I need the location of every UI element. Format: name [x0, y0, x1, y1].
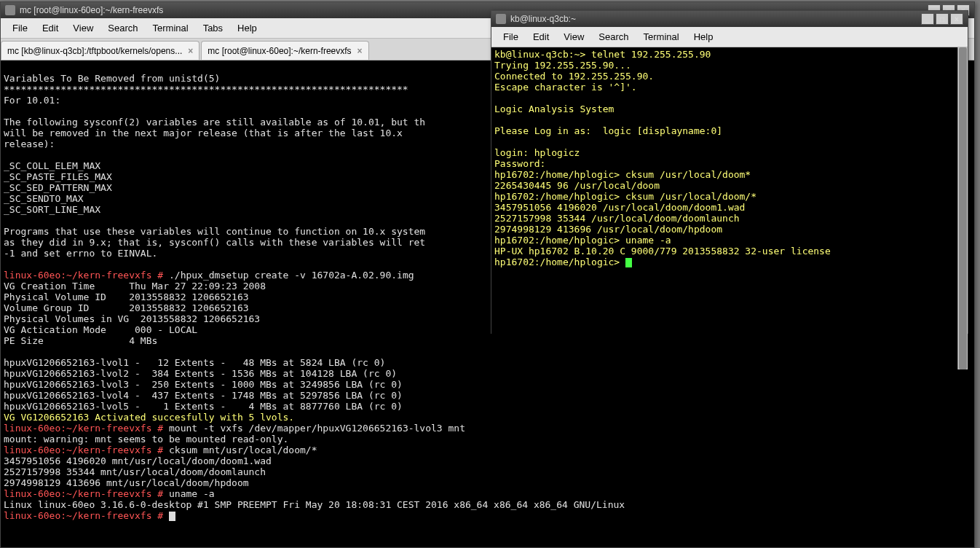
menu-edit[interactable]: Edit — [35, 20, 66, 36]
menu-tabs[interactable]: Tabs — [196, 20, 230, 36]
tab-1[interactable]: mc [root@linux-60eo]:~/kern-freevxfs × — [201, 41, 368, 60]
terminal-right[interactable]: kb@linux-q3cb:~> telnet 192.255.255.90 T… — [491, 47, 968, 334]
menu-terminal[interactable]: Terminal — [636, 28, 687, 45]
menu-file[interactable]: File — [496, 28, 526, 45]
menu-search[interactable]: Search — [591, 28, 636, 45]
cursor-right — [625, 258, 632, 267]
window-title-left: mc [root@linux-60eo]:~/kern-freevxfs — [20, 5, 163, 15]
minimize-button[interactable]: _ — [921, 13, 934, 25]
close-button[interactable]: × — [950, 13, 963, 25]
tab-1-close-icon[interactable]: × — [357, 46, 363, 56]
menubar-right: File Edit View Search Terminal Help — [491, 27, 968, 47]
menu-help[interactable]: Help — [687, 28, 721, 45]
menu-view[interactable]: View — [556, 28, 591, 45]
cursor-left — [169, 512, 175, 521]
menu-help[interactable]: Help — [230, 20, 264, 36]
terminal-window-right: kb@linux-q3cb:~ _ □ × File Edit View Sea… — [491, 10, 968, 334]
tab-0-close-icon[interactable]: × — [188, 46, 193, 56]
tab-0[interactable]: mc [kb@linux-q3cb]:/tftpboot/kernels/ope… — [1, 41, 199, 60]
scrollbar-thumb[interactable] — [959, 47, 967, 369]
menu-terminal[interactable]: Terminal — [146, 20, 196, 36]
app-icon — [496, 14, 506, 24]
tab-1-label: mc [root@linux-60eo]:~/kern-freevxfs — [208, 46, 351, 56]
menu-file[interactable]: File — [5, 20, 35, 36]
scrollbar-right[interactable] — [957, 47, 968, 369]
titlebar-right[interactable]: kb@linux-q3cb:~ _ □ × — [491, 11, 968, 27]
menu-edit[interactable]: Edit — [526, 28, 556, 45]
tab-0-label: mc [kb@linux-q3cb]:/tftpboot/kernels/ope… — [7, 46, 182, 56]
app-icon — [5, 5, 15, 15]
menu-view[interactable]: View — [66, 20, 100, 36]
maximize-button[interactable]: □ — [936, 13, 949, 25]
menu-search[interactable]: Search — [100, 20, 145, 36]
window-title-right: kb@linux-q3cb:~ — [510, 14, 576, 24]
